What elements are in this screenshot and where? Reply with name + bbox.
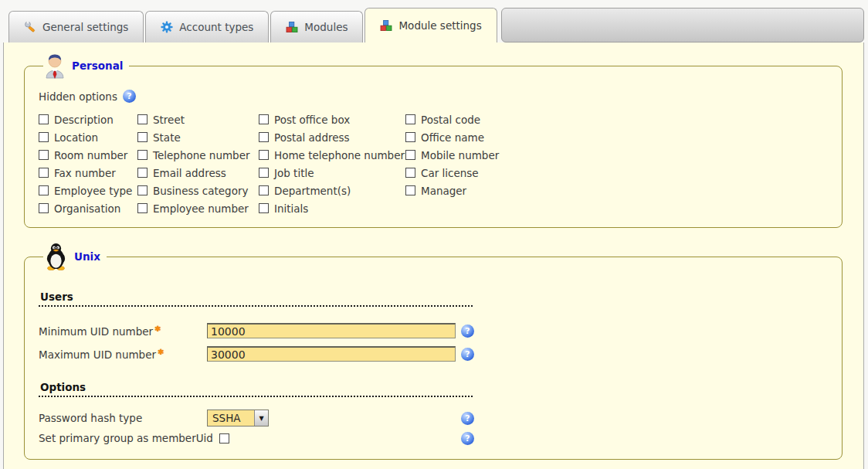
tab-label: Modules [304, 21, 348, 33]
hidden-option-checkbox[interactable] [39, 114, 49, 124]
users-heading: Users [39, 291, 473, 307]
personal-legend: Personal [43, 53, 129, 79]
tab-modules[interactable]: Modules [270, 11, 363, 42]
hidden-option-item[interactable]: Manager [405, 185, 829, 197]
hidden-option-item[interactable]: Email address [137, 167, 259, 179]
hidden-option-checkbox[interactable] [405, 150, 415, 160]
hidden-option-item[interactable]: Car license [405, 167, 829, 179]
personal-section: Personal Hidden options ? Description St… [24, 53, 843, 228]
hidden-option-checkbox[interactable] [259, 185, 269, 195]
hidden-option-label: Telephone number [153, 149, 250, 161]
hidden-option-item[interactable]: Organisation [39, 202, 137, 215]
max-uid-label: Maximum UID number✱ [39, 348, 207, 361]
hidden-option-item[interactable]: Street [137, 114, 259, 126]
tux-penguin-icon [45, 243, 67, 270]
hidden-option-item[interactable]: Postal address [259, 131, 405, 144]
modules-icon [286, 21, 298, 33]
help-icon[interactable]: ? [461, 432, 474, 445]
hidden-option-item[interactable]: Home telephone number [259, 149, 405, 161]
min-uid-input[interactable] [207, 323, 456, 338]
hidden-option-checkbox[interactable] [405, 168, 415, 178]
hidden-option-label: Home telephone number [274, 149, 405, 161]
hidden-option-checkbox[interactable] [137, 132, 147, 142]
help-icon[interactable]: ? [461, 325, 474, 338]
hidden-option-label: Employee type [54, 185, 132, 197]
hidden-option-item[interactable]: Location [39, 131, 137, 144]
hidden-option-label: Job title [274, 167, 314, 179]
tab-bar-filler [501, 8, 864, 42]
chevron-down-icon[interactable]: ▼ [254, 410, 268, 426]
hidden-option-item[interactable]: Post office box [259, 114, 405, 126]
help-icon[interactable]: ? [461, 412, 474, 425]
config-window: General settings Account types [0, 0, 868, 469]
hidden-option-checkbox[interactable] [259, 168, 269, 178]
help-icon[interactable]: ? [123, 90, 136, 103]
hidden-option-checkbox[interactable] [405, 114, 415, 124]
wrench-icon [24, 21, 36, 33]
hidden-option-label: Mobile number [421, 149, 499, 161]
hidden-option-item[interactable]: Office name [405, 131, 829, 144]
tab-general-settings[interactable]: General settings [8, 11, 144, 42]
hidden-option-checkbox[interactable] [39, 185, 49, 195]
hidden-option-item[interactable]: Initials [259, 202, 405, 215]
help-icon[interactable]: ? [461, 348, 474, 361]
tab-account-types[interactable]: Account types [145, 11, 269, 42]
hidden-option-label: Manager [421, 185, 466, 197]
hidden-option-label: Initials [274, 202, 308, 215]
max-uid-input[interactable] [207, 346, 456, 362]
member-uid-checkbox[interactable] [219, 433, 229, 444]
password-hash-select[interactable]: SSHA ▼ [207, 410, 269, 427]
hidden-option-label: Street [153, 114, 185, 126]
hidden-option-checkbox[interactable] [259, 132, 269, 142]
hidden-option-checkbox[interactable] [39, 132, 49, 142]
hidden-options-label: Hidden options [39, 90, 117, 103]
hidden-option-item[interactable]: Room number [39, 149, 137, 161]
hidden-option-item[interactable]: Description [39, 114, 137, 126]
hidden-option-item[interactable]: Telephone number [137, 149, 259, 161]
hidden-option-label: Office name [421, 131, 484, 144]
hidden-option-checkbox[interactable] [405, 185, 415, 195]
hidden-option-label: Organisation [54, 202, 120, 215]
hidden-option-label: Employee number [153, 202, 249, 215]
unix-legend: Unix [43, 243, 107, 270]
section-title: Unix [74, 250, 100, 263]
hidden-option-item[interactable]: Employee number [137, 202, 259, 215]
password-hash-row: Password hash type SSHA ▼ ? [39, 408, 474, 428]
hidden-option-label: Room number [54, 149, 127, 161]
hidden-option-item[interactable]: Mobile number [405, 149, 829, 161]
hidden-option-checkbox[interactable] [137, 150, 147, 160]
section-title: Personal [72, 59, 123, 72]
max-uid-row: Maximum UID number✱ ? [39, 342, 474, 365]
hidden-option-item[interactable]: Business category [137, 185, 259, 197]
hidden-option-checkbox[interactable] [259, 150, 269, 160]
options-heading: Options [39, 381, 473, 397]
required-icon: ✱ [158, 348, 164, 356]
min-uid-label: Minimum UID number✱ [39, 325, 207, 338]
hidden-option-checkbox[interactable] [137, 168, 147, 178]
hidden-option-item[interactable]: Job title [259, 167, 405, 179]
hidden-option-checkbox[interactable] [259, 114, 269, 124]
hidden-option-label: Postal address [274, 131, 350, 144]
gear-icon [161, 21, 173, 33]
hidden-option-checkbox[interactable] [259, 203, 269, 213]
hidden-option-item[interactable]: Postal code [405, 114, 829, 126]
hidden-option-label: Department(s) [274, 185, 351, 197]
hidden-option-checkbox[interactable] [405, 132, 415, 142]
tab-module-settings[interactable]: Module settings [364, 8, 497, 42]
hidden-option-item[interactable]: Department(s) [259, 185, 405, 197]
hidden-option-item[interactable]: Fax number [39, 167, 137, 179]
hidden-option-checkbox[interactable] [39, 168, 49, 178]
hidden-option-item[interactable]: Employee type [39, 185, 137, 197]
password-hash-value: SSHA [208, 410, 254, 426]
hidden-option-checkbox[interactable] [137, 203, 147, 213]
tab-label: General settings [42, 21, 128, 33]
tab-bar: General settings Account types [3, 6, 864, 42]
hidden-option-item[interactable]: State [137, 131, 259, 144]
hidden-option-checkbox[interactable] [39, 203, 49, 213]
tab-label: Module settings [398, 19, 481, 32]
hidden-option-checkbox[interactable] [39, 150, 49, 160]
hidden-option-checkbox[interactable] [137, 114, 147, 124]
content-panel: Personal Hidden options ? Description St… [3, 42, 864, 469]
hidden-option-label: Fax number [54, 167, 116, 179]
hidden-option-checkbox[interactable] [137, 185, 147, 195]
